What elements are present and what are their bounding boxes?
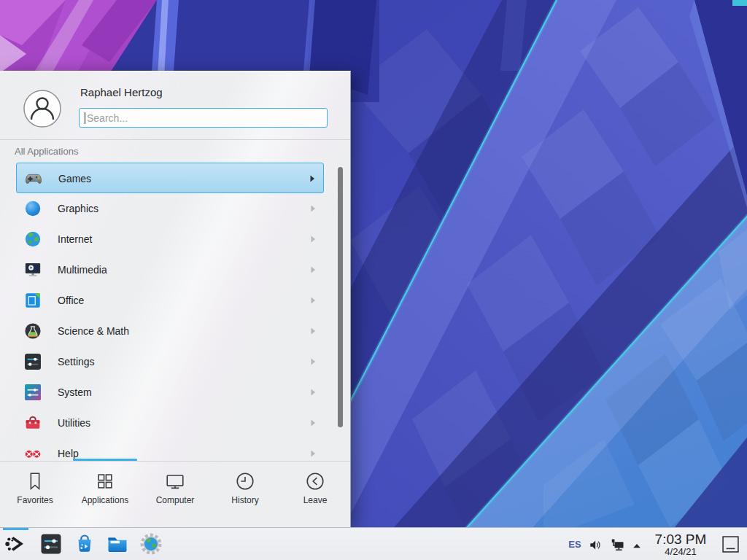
multimedia-icon — [23, 260, 42, 279]
category-item-science-math[interactable]: Science & Math — [16, 316, 324, 346]
taskbar-file-manager[interactable] — [106, 532, 129, 556]
category-label: Settings — [58, 346, 95, 377]
category-label: Graphics — [58, 193, 98, 224]
toolbox-icon — [23, 413, 42, 432]
category-item-office[interactable]: Office — [16, 285, 324, 316]
globe-icon — [23, 230, 42, 249]
tab-leave[interactable]: Leave — [280, 462, 350, 528]
taskbar-application-launcher[interactable] — [3, 531, 29, 557]
category-label: Games — [58, 163, 91, 194]
text-cursor — [85, 112, 85, 124]
category-item-settings[interactable]: Settings — [16, 346, 324, 377]
scrollbar-thumb[interactable] — [338, 167, 343, 427]
header-separator — [0, 139, 350, 140]
user-name: Raphael Hertzog — [80, 86, 163, 98]
clock-date: 4/24/21 — [665, 547, 696, 557]
volume-icon[interactable] — [588, 537, 603, 553]
category-label: Help — [58, 438, 79, 461]
tab-computer[interactable]: Computer — [140, 462, 210, 528]
taskbar-web-browser[interactable] — [139, 532, 163, 556]
office-icon — [23, 291, 42, 310]
tab-history[interactable]: History — [210, 462, 280, 528]
computer-icon — [164, 470, 186, 492]
gamepad-icon — [24, 169, 43, 188]
category-item-system[interactable]: System — [16, 377, 324, 408]
submenu-arrow-icon — [309, 204, 317, 213]
digital-clock[interactable]: 7:03 PM 4/24/21 — [649, 528, 713, 560]
category-list: Games Graphics Internet Multimedia Offic… — [16, 163, 324, 461]
tab-label: Computer — [156, 495, 195, 505]
category-label: System — [58, 377, 92, 408]
submenu-arrow-icon — [309, 357, 317, 366]
tab-applications[interactable]: Applications — [70, 462, 140, 528]
category-item-games[interactable]: Games — [16, 163, 324, 193]
submenu-arrow-icon — [309, 419, 317, 427]
category-label: Office — [58, 285, 84, 316]
desktop: Raphael Hertzog All Applications Games G… — [0, 0, 747, 560]
submenu-arrow-icon — [309, 235, 317, 244]
settings-sliders-icon — [23, 352, 42, 371]
taskbar: ES 7:03 PM 4/24/21 — [0, 527, 747, 560]
tab-label: Favorites — [17, 495, 53, 505]
submenu-arrow-icon — [309, 327, 317, 335]
category-item-internet[interactable]: Internet — [16, 224, 324, 254]
leave-icon — [304, 470, 326, 492]
submenu-arrow-icon — [309, 388, 317, 397]
network-icon[interactable] — [609, 536, 627, 553]
search-input[interactable] — [80, 109, 327, 127]
caret-up-icon[interactable] — [632, 541, 642, 551]
category-item-multimedia[interactable]: Multimedia — [16, 254, 324, 285]
bookmark-icon — [24, 470, 46, 492]
category-item-utilities[interactable]: Utilities — [16, 408, 324, 438]
help-buoy-icon — [23, 444, 42, 461]
category-label: Internet — [58, 224, 92, 254]
section-label: All Applications — [15, 146, 78, 157]
system-sliders-icon — [23, 383, 42, 402]
submenu-arrow-icon — [308, 174, 317, 183]
user-avatar-icon[interactable] — [23, 90, 61, 128]
launcher-tab-bar: Favorites Applications Computer History … — [0, 461, 350, 528]
taskbar-system-settings[interactable] — [39, 532, 63, 556]
tab-label: Applications — [82, 495, 129, 505]
tab-label: History — [231, 495, 258, 505]
submenu-arrow-icon — [309, 296, 317, 305]
app-grid-icon — [94, 470, 116, 492]
submenu-arrow-icon — [309, 265, 317, 274]
tab-favorites[interactable]: Favorites — [0, 462, 70, 528]
search-box — [79, 108, 328, 128]
active-task-indicator — [3, 528, 28, 530]
tab-label: Leave — [303, 495, 328, 505]
submenu-arrow-icon — [309, 449, 317, 458]
category-label: Science & Math — [58, 316, 129, 346]
show-desktop-icon[interactable] — [720, 534, 741, 555]
taskbar-discover[interactable] — [73, 532, 96, 556]
category-label: Utilities — [58, 408, 90, 438]
category-label: Multimedia — [58, 254, 107, 285]
science-flask-icon — [23, 322, 42, 341]
category-item-help[interactable]: Help — [16, 438, 324, 461]
graphics-ball-icon — [23, 199, 42, 218]
application-launcher-popup: Raphael Hertzog All Applications Games G… — [0, 71, 351, 527]
clock-time: 7:03 PM — [655, 532, 707, 547]
category-item-graphics[interactable]: Graphics — [16, 193, 324, 224]
keyboard-layout-indicator[interactable]: ES — [563, 528, 587, 560]
history-clock-icon — [234, 470, 256, 492]
